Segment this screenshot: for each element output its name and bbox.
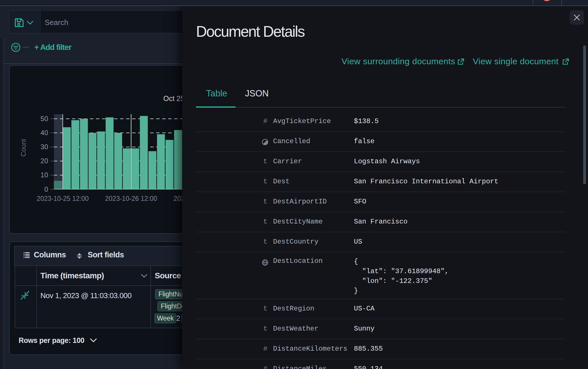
svg-text:20: 20	[40, 157, 48, 165]
svg-text:10: 10	[40, 171, 48, 179]
svg-text:40: 40	[40, 129, 48, 137]
svg-text:50: 50	[40, 115, 48, 123]
svg-text:Count: Count	[20, 139, 27, 157]
svg-text:0: 0	[44, 185, 48, 193]
svg-text:2023-10-27 12:00: 2023-10-27 12:00	[174, 195, 182, 202]
svg-text:30: 30	[40, 143, 48, 151]
svg-text:2023-10-25 12:00: 2023-10-25 12:00	[37, 195, 89, 202]
svg-text:2023-10-26 12:00: 2023-10-26 12:00	[105, 195, 157, 202]
